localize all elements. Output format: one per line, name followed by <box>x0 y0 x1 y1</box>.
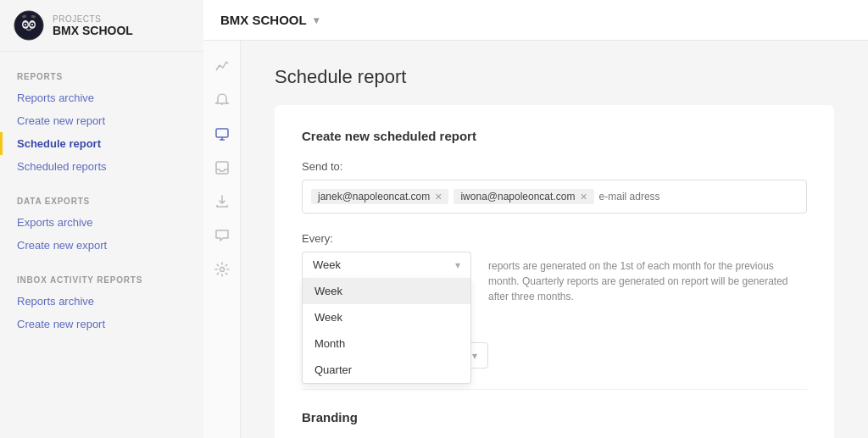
frequency-selected-label: Week <box>313 258 341 271</box>
project-label: PROJECTS <box>53 14 133 24</box>
inbox-section-label: INBOX ACTIVITY REPORTS <box>0 269 203 290</box>
email-tag-2: iwona@napoleoncat.com × <box>453 189 593 204</box>
sidebar-item-scheduled-reports[interactable]: Scheduled reports <box>0 155 203 178</box>
svg-rect-13 <box>216 162 228 174</box>
sidebar-item-inbox-reports-archive[interactable]: Reports archive <box>0 290 203 313</box>
svg-point-14 <box>220 268 224 272</box>
page-title: Schedule report <box>275 66 834 88</box>
card-title: Create new scheduled report <box>302 129 807 143</box>
main-card: Create new scheduled report Send to: jan… <box>275 105 834 438</box>
sidebar-item-create-new-report[interactable]: Create new report <box>0 109 203 132</box>
sidebar-item-inbox-create-new-report[interactable]: Create new report <box>0 313 203 335</box>
project-info: PROJECTS BMX SCHOOL <box>53 14 133 37</box>
app-layout: PROJECTS BMX SCHOOL REPORTS Reports arch… <box>0 0 868 438</box>
send-to-label: Send to: <box>302 160 807 173</box>
frequency-select-wrapper: Week ▾ Week Week Month Quarter <box>302 252 471 278</box>
top-bar: BMX SCHOOL ▾ <box>203 0 868 41</box>
email-tag-2-remove[interactable]: × <box>580 191 587 202</box>
sidebar-item-reports-archive[interactable]: Reports archive <box>0 86 203 109</box>
content-area: Schedule report Create new scheduled rep… <box>241 41 868 438</box>
branding-section: Branding Upload logo file Upload jpg or … <box>302 410 807 438</box>
svg-point-0 <box>14 11 43 40</box>
sidebar-header: PROJECTS BMX SCHOOL <box>0 0 203 52</box>
sidebar-content: REPORTS Reports archive Create new repor… <box>0 52 203 438</box>
main-body: Schedule report Create new scheduled rep… <box>203 41 868 438</box>
email-tag-1: janek@napoleoncat.com × <box>311 189 448 204</box>
frequency-info-text: reports are generated on the 1st of each… <box>488 258 807 304</box>
app-logo <box>14 10 44 41</box>
section-divider <box>302 389 807 390</box>
svg-rect-10 <box>216 129 228 137</box>
nav-icon-download[interactable] <box>207 186 237 217</box>
svg-point-5 <box>25 24 26 25</box>
nav-icon-message[interactable] <box>207 220 237 251</box>
svg-point-6 <box>31 24 33 25</box>
nav-icon-monitor[interactable] <box>207 119 237 149</box>
frequency-option-0[interactable]: Week <box>303 278 470 304</box>
nav-icon-bell[interactable] <box>207 85 237 115</box>
frequency-option-2[interactable]: Month <box>303 330 470 357</box>
frequency-option-3[interactable]: Quarter <box>303 357 470 383</box>
every-label: Every: <box>302 232 807 245</box>
nav-icon-settings[interactable] <box>207 254 237 285</box>
email-input-field[interactable] <box>599 191 798 202</box>
email-tag-1-text: janek@napoleoncat.com <box>318 191 430 202</box>
top-bar-project[interactable]: BMX SCHOOL ▾ <box>220 13 319 27</box>
email-tag-2-text: iwona@napoleoncat.com <box>460 191 575 202</box>
email-input-container[interactable]: janek@napoleoncat.com × iwona@napoleonca… <box>302 180 807 213</box>
language-chevron-icon: ▾ <box>472 350 477 362</box>
icon-rail <box>203 41 241 438</box>
frequency-chevron-icon: ▾ <box>455 259 460 271</box>
reports-section-label: REPORTS <box>0 65 203 86</box>
email-tag-1-remove[interactable]: × <box>435 191 442 202</box>
right-panel: BMX SCHOOL ▾ <box>203 0 868 438</box>
nav-icon-inbox[interactable] <box>207 152 237 183</box>
every-field-group: Every: Week ▾ Week Week Month <box>302 232 807 304</box>
chevron-down-icon: ▾ <box>314 14 319 26</box>
sidebar-item-exports-archive[interactable]: Exports archive <box>0 211 203 234</box>
frequency-dropdown-menu: Week Week Month Quarter <box>302 278 471 384</box>
frequency-select-display[interactable]: Week ▾ <box>302 252 471 278</box>
send-to-field-group: Send to: janek@napoleoncat.com × iwona@n… <box>302 160 807 213</box>
top-bar-project-name: BMX SCHOOL <box>220 13 307 27</box>
sidebar-item-schedule-report[interactable]: Schedule report <box>0 132 203 155</box>
branding-title: Branding <box>302 410 807 424</box>
project-name: BMX SCHOOL <box>53 24 133 37</box>
nav-icon-chart[interactable] <box>207 51 237 81</box>
sidebar-item-create-new-export[interactable]: Create new export <box>0 234 203 257</box>
frequency-option-1[interactable]: Week <box>303 304 470 330</box>
data-exports-section-label: DATA EXPORTS <box>0 190 203 211</box>
left-panel: PROJECTS BMX SCHOOL REPORTS Reports arch… <box>0 0 203 438</box>
